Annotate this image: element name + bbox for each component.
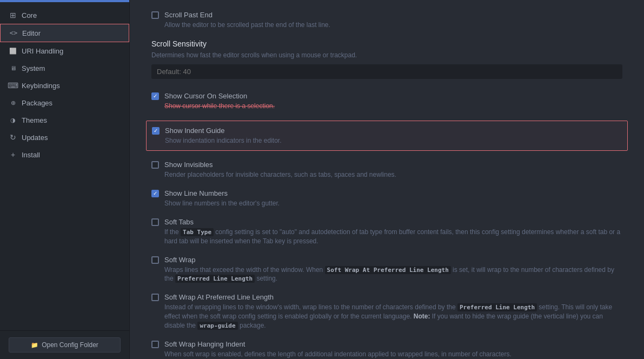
sidebar-item-label-keybindings: Keybindings bbox=[22, 82, 60, 90]
sidebar-item-label-core: Core bbox=[22, 11, 37, 19]
soft-wrap-desc: Wraps lines that exceed the width of the… bbox=[164, 265, 622, 284]
checkbox-invisibles-wrapper[interactable] bbox=[151, 161, 159, 169]
packages-icon: ⊕ bbox=[9, 98, 17, 107]
core-icon: ⊞ bbox=[9, 11, 17, 19]
sidebar-item-editor[interactable]: <> Editor bbox=[0, 24, 129, 42]
soft-wrap-preferred-code: Soft Wrap At Preferred Line Length bbox=[325, 266, 451, 274]
checkbox-soft-wrap-preferred[interactable] bbox=[151, 294, 159, 301]
sidebar-item-install[interactable]: + Install bbox=[0, 146, 129, 163]
sidebar-footer: 📁 Open Config Folder bbox=[0, 330, 129, 359]
wrap-guide-code: wrap-guide bbox=[197, 322, 237, 330]
sidebar-item-uri-handling[interactable]: ⬜ URI Handling bbox=[0, 42, 129, 59]
soft-wrap-preferred-content: Soft Wrap At Preferred Line Length Inste… bbox=[164, 293, 622, 330]
preferred-line-length-code: Preferred Line Length bbox=[175, 275, 255, 283]
sidebar-item-keybindings[interactable]: ⌨ Keybindings bbox=[0, 77, 129, 94]
sidebar-item-label-system: System bbox=[22, 64, 45, 72]
hanging-indent-content: Soft Wrap Hanging Indent When soft wrap … bbox=[164, 340, 622, 359]
cursor-selection-label: Show Cursor On Selection bbox=[164, 92, 622, 100]
sidebar-item-label-updates: Updates bbox=[22, 134, 48, 142]
sidebar-item-label-editor: Editor bbox=[22, 29, 41, 37]
uri-icon: ⬜ bbox=[9, 46, 17, 55]
hanging-indent-desc: When soft wrap is enabled, defines the l… bbox=[164, 350, 622, 359]
line-numbers-desc: Show line numbers in the editor's gutter… bbox=[164, 199, 622, 208]
cursor-selection-desc: Show cursor while there is a selection. bbox=[164, 102, 622, 111]
keybindings-icon: ⌨ bbox=[9, 81, 17, 90]
sidebar-item-updates[interactable]: ↻ Updates bbox=[0, 129, 129, 146]
scroll-past-end-content: Scroll Past End Allow the editor to be s… bbox=[164, 11, 622, 30]
indent-guide-content: Show Indent Guide Show indentation indic… bbox=[165, 127, 622, 145]
soft-tabs-desc: If the Tab Type config setting is set to… bbox=[164, 228, 622, 246]
line-numbers-label: Show Line Numbers bbox=[164, 189, 622, 197]
tab-type-code: Tab Type bbox=[181, 228, 214, 236]
invisibles-content: Show Invisibles Render placeholders for … bbox=[164, 161, 622, 179]
scroll-sensitivity-title: Scroll Sensitivity bbox=[151, 39, 622, 48]
soft-tabs-content: Soft Tabs If the Tab Type config setting… bbox=[164, 218, 622, 246]
system-icon: 🖥 bbox=[9, 64, 17, 72]
scroll-sensitivity-input[interactable] bbox=[151, 64, 622, 79]
checkbox-soft-wrap[interactable] bbox=[151, 256, 159, 264]
setting-show-indent-guide: ✓ Show Indent Guide Show indentation ind… bbox=[146, 121, 628, 151]
scroll-past-end-desc: Allow the editor to be scrolled past the… bbox=[164, 21, 622, 30]
setting-soft-wrap-at-preferred: Soft Wrap At Preferred Line Length Inste… bbox=[151, 293, 622, 330]
line-numbers-content: Show Line Numbers Show line numbers in t… bbox=[164, 189, 622, 208]
sidebar-item-themes[interactable]: ◑ Themes bbox=[0, 111, 129, 129]
checkbox-show-line-numbers[interactable]: ✓ bbox=[151, 190, 159, 197]
invisibles-desc: Render placeholders for invisible charac… bbox=[164, 170, 622, 179]
checkmark-line-numbers: ✓ bbox=[153, 191, 157, 196]
sidebar-item-label-themes: Themes bbox=[22, 116, 47, 124]
open-config-icon: 📁 bbox=[31, 342, 38, 349]
checkbox-soft-wrap-preferred-wrapper[interactable] bbox=[151, 294, 159, 301]
main-content: Scroll Past End Allow the editor to be s… bbox=[130, 0, 644, 359]
soft-wrap-preferred-desc: Instead of wrapping lines to the window'… bbox=[164, 303, 622, 330]
checkbox-hanging-indent[interactable] bbox=[151, 341, 159, 348]
themes-icon: ◑ bbox=[9, 116, 17, 124]
scroll-past-end-label: Scroll Past End bbox=[164, 11, 622, 19]
checkbox-show-cursor[interactable]: ✓ bbox=[151, 92, 159, 100]
checkbox-hanging-indent-wrapper[interactable] bbox=[151, 341, 159, 348]
sidebar-nav: ⊞ Core <> Editor ⬜ URI Handling 🖥 System… bbox=[0, 2, 129, 330]
open-config-label: Open Config Folder bbox=[42, 341, 98, 349]
setting-soft-wrap: Soft Wrap Wraps lines that exceed the wi… bbox=[151, 256, 622, 284]
checkbox-soft-tabs-wrapper[interactable] bbox=[151, 218, 159, 226]
setting-show-line-numbers: ✓ Show Line Numbers Show line numbers in… bbox=[151, 189, 622, 208]
setting-soft-tabs: Soft Tabs If the Tab Type config setting… bbox=[151, 218, 622, 246]
invisibles-label: Show Invisibles bbox=[164, 161, 622, 169]
checkmark-cursor: ✓ bbox=[153, 94, 157, 99]
checkbox-indent-guide-wrapper[interactable]: ✓ bbox=[152, 127, 160, 135]
indent-guide-label: Show Indent Guide bbox=[165, 127, 622, 135]
hanging-indent-label: Soft Wrap Hanging Indent bbox=[164, 340, 622, 348]
sidebar-item-packages[interactable]: ⊕ Packages bbox=[0, 94, 129, 111]
soft-tabs-label: Soft Tabs bbox=[164, 218, 622, 226]
preferred-line-length-code2: Preferred Line Length bbox=[457, 303, 537, 311]
note-bold: Note: bbox=[414, 313, 430, 320]
indent-guide-desc: Show indentation indicators in the edito… bbox=[165, 136, 622, 145]
sidebar-item-core[interactable]: ⊞ Core bbox=[0, 6, 129, 24]
setting-show-invisibles: Show Invisibles Render placeholders for … bbox=[151, 161, 622, 179]
checkbox-scroll-past-end[interactable] bbox=[151, 11, 159, 19]
open-config-button[interactable]: 📁 Open Config Folder bbox=[9, 337, 121, 353]
soft-wrap-preferred-label: Soft Wrap At Preferred Line Length bbox=[164, 293, 622, 301]
setting-scroll-past-end: Scroll Past End Allow the editor to be s… bbox=[151, 11, 622, 30]
updates-icon: ↻ bbox=[9, 133, 17, 142]
soft-wrap-label: Soft Wrap bbox=[164, 256, 622, 264]
checkbox-cursor-wrapper[interactable]: ✓ bbox=[151, 92, 159, 100]
cursor-selection-content: Show Cursor On Selection Show cursor whi… bbox=[164, 92, 622, 111]
sidebar-item-system[interactable]: 🖥 System bbox=[0, 59, 129, 77]
editor-icon: <> bbox=[9, 29, 18, 37]
install-icon: + bbox=[9, 150, 17, 159]
setting-soft-wrap-hanging-indent: Soft Wrap Hanging Indent When soft wrap … bbox=[151, 340, 622, 359]
checkbox-line-numbers-wrapper[interactable]: ✓ bbox=[151, 190, 159, 197]
checkbox-scroll-past-end-wrapper[interactable] bbox=[151, 11, 159, 19]
checkmark-indent: ✓ bbox=[154, 128, 158, 134]
checkbox-show-invisibles[interactable] bbox=[151, 161, 159, 169]
sidebar-item-label-uri: URI Handling bbox=[22, 47, 63, 55]
sidebar: ⊞ Core <> Editor ⬜ URI Handling 🖥 System… bbox=[0, 0, 130, 359]
setting-show-cursor-on-selection: ✓ Show Cursor On Selection Show cursor w… bbox=[151, 92, 622, 111]
checkbox-soft-wrap-wrapper[interactable] bbox=[151, 256, 159, 264]
checkbox-soft-tabs[interactable] bbox=[151, 218, 159, 226]
sidebar-item-label-install: Install bbox=[22, 151, 40, 159]
soft-wrap-content: Soft Wrap Wraps lines that exceed the wi… bbox=[164, 256, 622, 284]
setting-scroll-sensitivity: Scroll Sensitivity Determines how fast t… bbox=[151, 39, 622, 79]
checkbox-show-indent-guide[interactable]: ✓ bbox=[152, 127, 160, 135]
scroll-sensitivity-desc: Determines how fast the editor scrolls w… bbox=[151, 50, 622, 60]
